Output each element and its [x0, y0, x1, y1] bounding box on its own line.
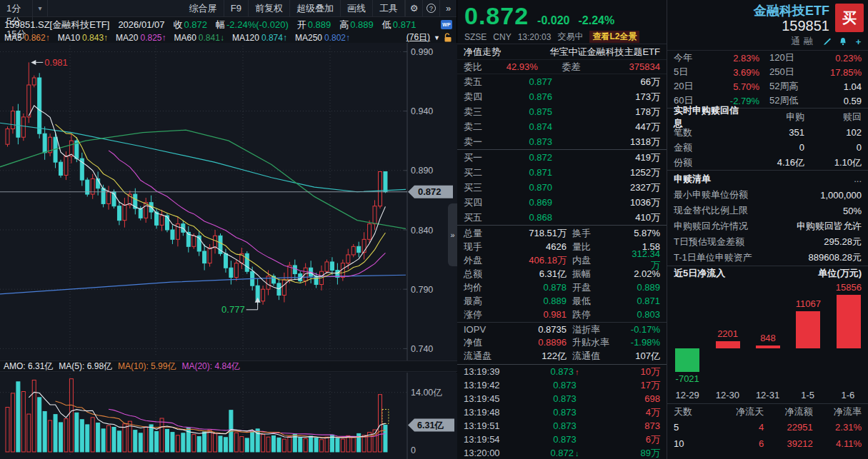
volume-bar: [59, 423, 63, 452]
ask-row-2[interactable]: 卖三0.875178万: [457, 104, 667, 119]
volume-bar: [107, 425, 111, 452]
bid-price: 0.870: [501, 182, 581, 193]
flow-bar-12-31[interactable]: [756, 345, 780, 348]
bid-row-0[interactable]: 买一0.872419万: [457, 150, 667, 165]
toolbar-tool-1[interactable]: F9: [224, 0, 249, 16]
bid-row-4[interactable]: 买五0.868410万: [457, 210, 667, 225]
flow-bar-chart[interactable]: -702122018481106715856: [667, 281, 868, 388]
trade-date: 2026/01/07: [118, 19, 164, 30]
flow-unit: 单位(万元): [818, 267, 862, 280]
creation-label: 申购赎回允许情况: [674, 220, 748, 233]
ma-label: MA120: [232, 33, 259, 43]
bid-label: 买三: [464, 181, 501, 194]
volume-bar: [166, 429, 169, 452]
tick-volume: 17万: [616, 379, 660, 392]
toolbar-view-2[interactable]: 1分: [0, 2, 33, 15]
tick-row-3[interactable]: 13:19:480.8734万: [457, 405, 667, 419]
tick-row-0[interactable]: 13:19:390.873↑10万: [457, 365, 667, 378]
stat-row-3: 总额6.31亿振幅2.02%: [457, 267, 667, 281]
toolbar-tool-2[interactable]: 前复权: [249, 0, 290, 16]
flow-bar-12-30[interactable]: [716, 341, 740, 348]
volume-bar: [75, 413, 79, 452]
ma-value: 0.802↑: [324, 33, 350, 43]
tick-row-4[interactable]: 13:19:510.873873: [457, 419, 667, 433]
candle-body: [16, 111, 20, 138]
ask-volume: 447万: [581, 121, 661, 133]
perf-value: 1.04: [814, 81, 862, 92]
l2-panorama-link[interactable]: 查看L2全景: [589, 31, 639, 43]
perf-value: 5.70%: [704, 81, 759, 92]
period-selector[interactable]: (76日): [406, 31, 430, 44]
quote-time: 13:20:03: [518, 32, 552, 42]
tick-price: 0.873: [514, 393, 616, 404]
flow-date-1-5: 1-5: [788, 390, 828, 400]
period-dropdown-icon[interactable]: ▾: [33, 0, 47, 16]
flow-bar-1-6[interactable]: [837, 295, 861, 348]
sub-redeem-value: 102: [804, 127, 862, 138]
flow-table-row-0[interactable]: 54229512.31%: [667, 419, 868, 435]
more-ellipsis[interactable]: ...: [854, 173, 862, 184]
ask-label: 卖五: [464, 76, 501, 89]
bid-row-1[interactable]: 买二0.8711252万: [457, 165, 667, 180]
volume-bar: [351, 438, 355, 452]
ask-row-4[interactable]: 卖一0.8731318万: [457, 134, 667, 149]
tick-row-5[interactable]: 13:19:540.8736万: [457, 433, 667, 446]
ask-row-1[interactable]: 卖四0.876173万: [457, 89, 667, 104]
flow-bar-value: 2201: [707, 328, 749, 339]
tick-row-1[interactable]: 13:19:420.87317万: [457, 378, 667, 392]
tick-row-6[interactable]: 13:20:000.872↓89万: [457, 446, 667, 459]
price-axis-label: 0.890: [411, 166, 433, 176]
buy-button[interactable]: 买: [835, 4, 864, 32]
bid-row-2[interactable]: 买三0.8702327万: [457, 180, 667, 195]
toolbar-tool-5[interactable]: 工具: [373, 0, 405, 16]
ask-price: 0.873: [501, 136, 581, 147]
bid-volume: 1036万: [581, 196, 661, 209]
volume-bar: [80, 420, 84, 452]
volume-bar: [155, 431, 159, 452]
ma-legend-bar: MA50.862↑MA100.843↑MA200.825↑MA600.841↓M…: [0, 32, 457, 43]
price-axis-label: 0.790: [411, 285, 433, 295]
toolbar-more-icon[interactable]: »: [439, 0, 457, 16]
price-axis-label: 0.940: [411, 106, 433, 116]
ask-row-3[interactable]: 卖二0.874447万: [457, 119, 667, 134]
toolbar-tool-3[interactable]: 超级叠加: [290, 0, 341, 16]
flow-table-cell: 4: [715, 422, 764, 433]
ohlc-field-2: 开0.889: [297, 19, 331, 31]
subscribe-col-label: 申购: [748, 111, 805, 123]
stat-label: 总额: [464, 268, 504, 281]
unlock-icon[interactable]: [444, 33, 452, 42]
price-change: -0.020: [537, 14, 569, 27]
help-icon[interactable]: ?: [422, 0, 439, 16]
flow-table-row-1[interactable]: 106392124.11%: [667, 435, 868, 452]
ask-row-0[interactable]: 卖五0.87766万: [457, 74, 667, 89]
toolbar-tool-4[interactable]: 画线: [341, 0, 373, 16]
perf-value: 0.59: [814, 96, 862, 106]
add-plus-icon[interactable]: +: [853, 36, 864, 47]
volume-bar: [219, 436, 222, 452]
flow-bar-12-29[interactable]: [675, 348, 699, 372]
margin-tag-1: 融: [804, 36, 813, 46]
margin-tag-0: 通: [791, 36, 800, 46]
ohlc-field-label: 开: [297, 19, 306, 30]
tick-row-2[interactable]: 13:19:450.873698: [457, 392, 667, 405]
candlestick-chart[interactable]: 0.9900.9400.8900.8400.7900.7400.8720.981…: [0, 43, 457, 360]
toolbar-tool-0[interactable]: 综合屏: [183, 0, 224, 16]
flow-bar-1-5[interactable]: [796, 311, 820, 348]
volume-bar: [234, 433, 238, 452]
subscription-row-1: 金额00: [667, 140, 868, 155]
wp-window-icon[interactable]: WP: [441, 20, 452, 29]
panel-collapse-handle[interactable]: »: [448, 203, 457, 266]
candle-body: [203, 251, 206, 263]
bid-row-3[interactable]: 买四0.8691036万: [457, 195, 667, 210]
volume-bar: [64, 419, 68, 452]
perf-value: 3.69%: [704, 67, 759, 78]
settings-gear-icon[interactable]: ⚙: [405, 0, 422, 16]
nav-trend-link[interactable]: 净值走势: [464, 46, 501, 59]
period-caret-icon[interactable]: ▼: [434, 34, 440, 41]
perf-label: 250日: [769, 66, 814, 79]
alert-bell-icon[interactable]: [837, 36, 848, 47]
volume-bar: [54, 415, 57, 452]
volume-chart[interactable]: 14.00亿06.31亿: [0, 373, 457, 459]
edit-pencil-icon[interactable]: [822, 36, 832, 47]
stat-label: 内盘: [572, 254, 624, 267]
